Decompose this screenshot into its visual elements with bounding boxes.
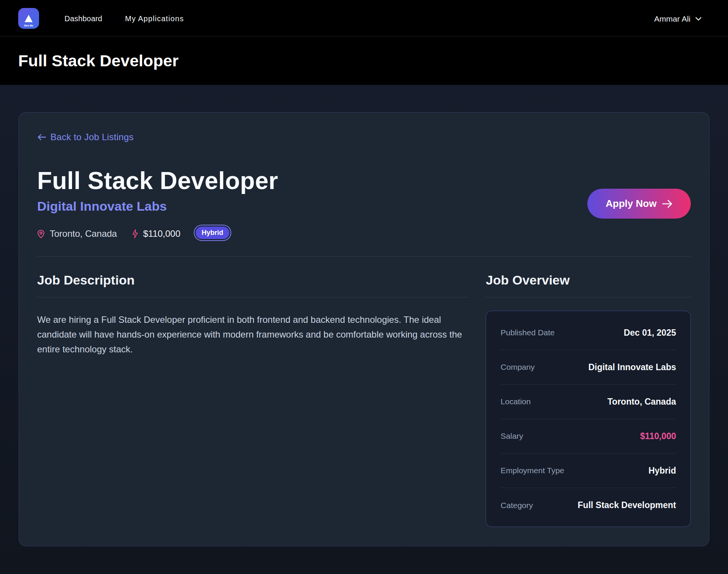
svg-text:Hire Me: Hire Me [24,24,33,27]
